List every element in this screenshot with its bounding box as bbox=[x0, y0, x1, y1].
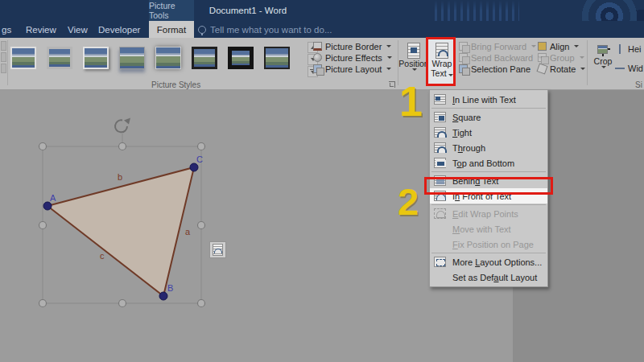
landscape-preview-icon bbox=[49, 49, 70, 67]
wrap-menu-item-move-with-text: Move with Text bbox=[430, 221, 547, 237]
adjust-button-partial[interactable] bbox=[1, 41, 6, 51]
picture-border-label: Picture Border bbox=[325, 42, 382, 51]
picture-layout-icon bbox=[313, 64, 322, 73]
tell-me-label: Tell me what you want to do... bbox=[210, 25, 332, 35]
crop-button[interactable]: Crop bbox=[592, 39, 614, 86]
highlight-box-wrap-text bbox=[426, 37, 456, 86]
selection-pane-label: Selection Pane bbox=[471, 64, 530, 74]
layout-options-button[interactable] bbox=[209, 241, 226, 258]
wrap-morelayout-icon bbox=[434, 257, 446, 267]
position-label: Position bbox=[398, 59, 428, 68]
wrap-square-icon bbox=[434, 112, 446, 122]
wrap-menu-item-through[interactable]: Through bbox=[430, 140, 547, 155]
adjust-button-partial[interactable] bbox=[1, 64, 6, 73]
side-c-label: c bbox=[100, 251, 105, 261]
picture-style-thumbnail-style-5[interactable] bbox=[155, 47, 181, 69]
wrap-menu-item-square[interactable]: Square bbox=[430, 109, 547, 125]
picture-effects-label: Picture Effects bbox=[325, 53, 382, 63]
group-separator bbox=[587, 40, 588, 85]
align-label: Align bbox=[550, 42, 569, 51]
align-button[interactable]: Align bbox=[538, 40, 579, 52]
picture-styles-group-label: Picture Styles bbox=[151, 80, 200, 89]
position-icon bbox=[407, 43, 420, 59]
landscape-preview-icon bbox=[232, 51, 250, 65]
menu-item-label: Through bbox=[452, 143, 485, 153]
menu-item-label: Square bbox=[452, 113, 481, 122]
wrap-tight-icon bbox=[434, 127, 446, 138]
picture-effects-button[interactable]: Picture Effects bbox=[313, 51, 395, 64]
landscape-preview-icon bbox=[194, 49, 215, 67]
wrap-menu-item-more-layout-options[interactable]: More Layout Options... bbox=[430, 254, 547, 269]
menu-item-label: More Layout Options... bbox=[452, 257, 542, 267]
landscape-preview-icon bbox=[156, 47, 180, 68]
picture-style-thumbnail-style-2[interactable] bbox=[47, 47, 72, 69]
tab-mailings-partial[interactable]: gs bbox=[0, 21, 16, 38]
dropdown-arrow-icon bbox=[574, 45, 579, 47]
menu-item-label: Fix Position on Page bbox=[452, 240, 534, 249]
tell-me-box[interactable]: Tell me what you want to do... bbox=[198, 21, 332, 38]
resize-handle-n[interactable] bbox=[119, 143, 126, 150]
rotate-button[interactable]: Rotate bbox=[538, 63, 585, 75]
triangle-shape[interactable] bbox=[47, 167, 194, 296]
menu-item-label: In Line with Text bbox=[452, 95, 516, 105]
picture-tools-context-header: Picture Tools bbox=[149, 0, 194, 21]
menu-separator bbox=[431, 171, 546, 172]
group-label: Group bbox=[550, 53, 575, 63]
menu-item-label: Top and Bottom bbox=[452, 158, 514, 168]
tab-format[interactable]: Format bbox=[149, 21, 194, 38]
side-b-label: b bbox=[118, 172, 122, 182]
picture-style-thumbnail-style-1[interactable] bbox=[10, 47, 36, 69]
align-icon bbox=[538, 42, 547, 51]
picture-layout-button[interactable]: Picture Layout bbox=[313, 63, 395, 75]
ribbon-format: Picture Border Picture Effects Picture L… bbox=[0, 38, 644, 90]
rotate-handle-icon[interactable] bbox=[115, 120, 127, 132]
tab-review[interactable]: Review bbox=[21, 21, 61, 38]
resize-handle-sw[interactable] bbox=[39, 300, 47, 307]
picture-border-button[interactable]: Picture Border bbox=[313, 40, 395, 52]
resize-handle-nw[interactable] bbox=[39, 143, 47, 150]
picture-style-thumbnail-style-8[interactable] bbox=[264, 47, 290, 69]
resize-handle-e[interactable] bbox=[198, 222, 205, 229]
vertex-b-label: B bbox=[167, 283, 173, 293]
picture-border-icon bbox=[313, 42, 322, 51]
resize-handle-ne[interactable] bbox=[198, 143, 205, 150]
resize-handle-w[interactable] bbox=[39, 222, 47, 229]
picture-style-thumbnail-style-3[interactable] bbox=[83, 47, 109, 69]
picture-styles-dialog-launcher-icon[interactable] bbox=[389, 81, 395, 88]
tab-view[interactable]: View bbox=[63, 21, 93, 38]
rotate-label: Rotate bbox=[550, 64, 576, 74]
send-backward-icon bbox=[459, 53, 468, 62]
resize-handle-s[interactable] bbox=[119, 300, 126, 307]
wrap-menu-item-tight[interactable]: Tight bbox=[430, 125, 547, 140]
adjust-button-partial[interactable] bbox=[1, 52, 6, 62]
menu-item-label: Set as Default Layout bbox=[452, 273, 537, 282]
wrap-menu-item-edit-wrap-points: Edit Wrap Points bbox=[430, 206, 547, 221]
wrap-menu-item-top-and-bottom[interactable]: Top and Bottom bbox=[430, 155, 547, 171]
tab-developer[interactable]: Developer bbox=[93, 21, 145, 38]
width-label: Wid bbox=[628, 64, 643, 73]
selected-picture-triangle[interactable]: A C B b a c bbox=[32, 113, 242, 314]
wrap-topbottom-icon bbox=[434, 158, 446, 168]
menu-item-label: Move with Text bbox=[452, 224, 511, 234]
picture-style-thumbnail-style-6[interactable] bbox=[192, 47, 217, 69]
window-title: Document1 - Word bbox=[192, 0, 304, 21]
rotate-icon bbox=[536, 63, 547, 74]
group-button: Group bbox=[538, 51, 584, 64]
group-separator bbox=[7, 40, 8, 85]
wrap-editpoints-icon bbox=[434, 208, 446, 219]
height-field[interactable]: Hei bbox=[615, 43, 642, 55]
picture-style-thumbnail-style-7[interactable] bbox=[228, 47, 254, 69]
resize-handle-se[interactable] bbox=[198, 300, 205, 307]
width-field[interactable]: Wid bbox=[615, 62, 643, 74]
dropdown-arrow-icon bbox=[531, 45, 536, 47]
wrap-menu-item-in-line-with-text[interactable]: In Line with Text bbox=[430, 92, 547, 107]
layout-options-icon bbox=[213, 244, 223, 256]
picture-effects-icon bbox=[313, 53, 322, 62]
landscape-preview-icon bbox=[120, 47, 144, 68]
send-backward-label: Send Backward bbox=[471, 53, 533, 63]
wrap-menu-item-set-as-default-layout[interactable]: Set as Default Layout bbox=[430, 269, 547, 285]
picture-style-thumbnail-style-4[interactable] bbox=[119, 47, 145, 69]
selection-pane-button[interactable]: Selection Pane bbox=[459, 63, 530, 75]
vertex-a-dot bbox=[43, 202, 52, 210]
dropdown-arrow-icon bbox=[580, 56, 584, 59]
